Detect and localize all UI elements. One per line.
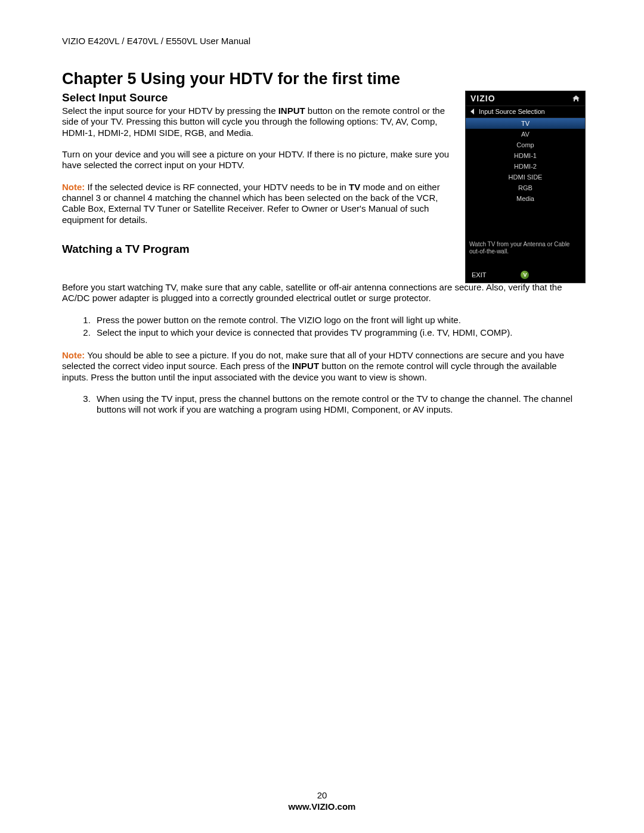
steps-b: When using the TV input, press the chann…: [62, 394, 584, 416]
osd-item-comp[interactable]: Comp: [466, 140, 585, 150]
section2-body: Before you start watching TV, make sure …: [62, 282, 584, 416]
section-select-input: Select Input Source Select the input sou…: [62, 91, 584, 283]
page-footer: 20 www.VIZIO.com: [0, 790, 644, 812]
osd-exit[interactable]: EXIT: [472, 271, 486, 278]
osd-logo: VIZIO: [470, 94, 496, 103]
section2-heading: Watching a TV Program: [62, 242, 457, 256]
osd-item-hdmi2[interactable]: HDMI-2: [466, 161, 585, 172]
chapter-title: Chapter 5 Using your HDTV for the first …: [62, 70, 584, 88]
osd-column: VIZIO Input Source Selection TV AV Comp …: [465, 91, 584, 283]
osd-title: Input Source Selection: [479, 108, 545, 115]
section2-intro: Before you start watching TV, make sure …: [62, 282, 584, 304]
p3-a: If the selected device is RF connected, …: [85, 182, 349, 192]
osd-top-bar: VIZIO: [466, 91, 585, 106]
steps-a: Press the power button on the remote con…: [62, 315, 584, 339]
note-label-2: Note:: [62, 350, 85, 360]
osd-bottom-bar: EXIT V: [466, 267, 585, 283]
section1-heading: Select Input Source: [62, 91, 457, 104]
footer-site: www.VIZIO.com: [0, 801, 644, 812]
section2-note: Note: You should be able to see a pictur…: [62, 350, 584, 383]
page-number: 20: [0, 790, 644, 800]
note-label-1: Note:: [62, 182, 85, 192]
page: VIZIO E420VL / E470VL / E550VL User Manu…: [0, 0, 644, 833]
step-1: Press the power button on the remote con…: [93, 315, 584, 326]
osd-item-hdmi1[interactable]: HDMI-1: [466, 150, 585, 161]
section1-text: Select Input Source Select the input sou…: [62, 91, 457, 257]
osd-item-tv[interactable]: TV: [466, 118, 585, 129]
doc-header: VIZIO E420VL / E470VL / E550VL User Manu…: [62, 36, 584, 46]
osd-item-rgb[interactable]: RGB: [466, 182, 585, 193]
section1-p1: Select the input source for your HDTV by…: [62, 106, 457, 138]
osd-panel: VIZIO Input Source Selection TV AV Comp …: [465, 91, 586, 283]
section1-p2: Turn on your device and you will see a p…: [62, 149, 457, 171]
note-bold: INPUT: [292, 361, 319, 371]
p1-a: Select the input source for your HDTV by…: [62, 106, 278, 116]
section1-note: Note: If the selected device is RF conne…: [62, 182, 457, 225]
osd-input-list: TV AV Comp HDMI-1 HDMI-2 HDMI SIDE RGB M…: [466, 118, 585, 204]
p1-bold: INPUT: [278, 106, 305, 116]
back-icon[interactable]: [470, 109, 474, 114]
osd-item-av[interactable]: AV: [466, 129, 585, 140]
home-icon[interactable]: [572, 95, 580, 102]
osd-item-hdmiside[interactable]: HDMI SIDE: [466, 172, 585, 182]
p3-bold: TV: [349, 182, 360, 192]
osd-subheader: Input Source Selection: [466, 106, 585, 118]
osd-item-media[interactable]: Media: [466, 193, 585, 204]
v-badge-icon[interactable]: V: [521, 271, 529, 279]
step-2: Select the input to which your device is…: [93, 327, 584, 338]
step-3: When using the TV input, press the chann…: [93, 394, 584, 416]
osd-spacer: [466, 204, 585, 240]
osd-description: Watch TV from your Antenna or Cable out-…: [466, 240, 585, 256]
